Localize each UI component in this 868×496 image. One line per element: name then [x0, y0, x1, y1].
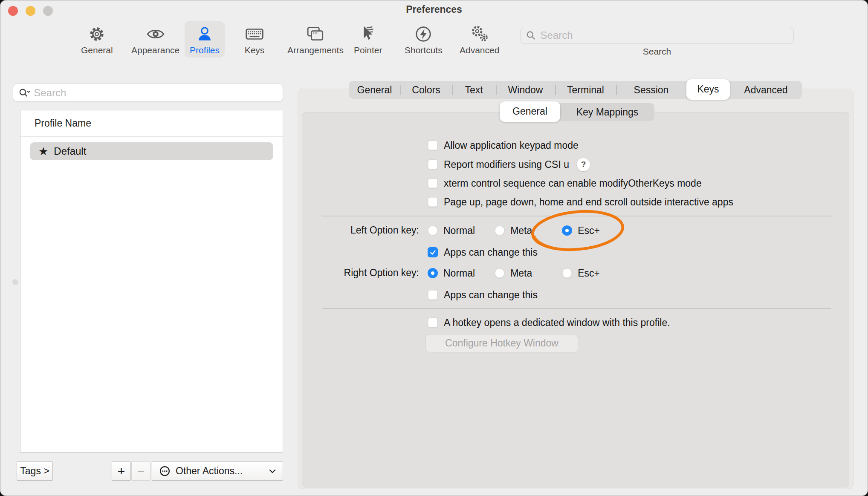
profile-search-field[interactable] [13, 84, 283, 102]
checkbox-unchecked[interactable] [428, 140, 438, 150]
checkbox-row-keypad[interactable]: Allow application keypad mode [428, 138, 579, 153]
tab-general[interactable]: General [349, 81, 400, 99]
left-option-radio-group: Normal Meta Esc+ [428, 223, 600, 238]
toolbar-label: Pointer [354, 45, 382, 55]
profile-list-header: Profile Name [20, 110, 283, 137]
radio-unselected[interactable] [495, 268, 505, 278]
star-icon: ★ [38, 146, 48, 157]
tab-session[interactable]: Session [616, 81, 686, 99]
bolt-icon [413, 24, 434, 44]
checkbox-checked[interactable] [428, 247, 438, 257]
checkbox-label: A hotkey opens a dedicated window with t… [444, 317, 670, 329]
gears-icon [469, 24, 490, 44]
radio-option-normal[interactable]: Normal [428, 268, 475, 279]
subtab-key-mappings[interactable]: Key Mappings [560, 103, 654, 121]
window-title: Preferences [0, 4, 868, 15]
tab-advanced[interactable]: Advanced [730, 81, 802, 99]
profile-list: Profile Name ★ Default [20, 110, 283, 453]
checkbox-unchecked[interactable] [428, 317, 438, 328]
tab-window[interactable]: Window [496, 81, 555, 99]
other-actions-dropdown[interactable]: Other Actions... [152, 461, 283, 481]
right-apps-can-change-row[interactable]: Apps can change this [428, 288, 538, 302]
profile-name: Default [54, 145, 86, 157]
keys-subtab-bar: General Key Mappings [500, 103, 654, 121]
search-scope-icon [18, 87, 30, 98]
checkbox-label: Apps can change this [444, 247, 538, 258]
checkbox-row-csi-u[interactable]: Report modifiers using CSI u ? [428, 157, 590, 172]
tab-keys[interactable]: Keys [686, 79, 730, 100]
tags-button-label: Tags > [20, 465, 49, 477]
checkbox-label: xterm control sequence can enable modify… [444, 178, 702, 189]
toolbar-search-field[interactable] [520, 27, 794, 44]
divider [322, 308, 831, 309]
toolbar-label: Advanced [460, 45, 499, 55]
right-option-key-label: Right Option key: [322, 267, 419, 279]
divider [322, 216, 831, 216]
chevron-down-icon [269, 469, 276, 473]
checkbox-row-modifyotherkeys[interactable]: xterm control sequence can enable modify… [428, 176, 702, 190]
checkbox-label: Report modifiers using CSI u [444, 159, 569, 170]
radio-option-esc[interactable]: Esc+ [562, 225, 600, 236]
tab-colors[interactable]: Colors [400, 81, 452, 99]
tab-text[interactable]: Text [452, 81, 496, 99]
checkbox-unchecked[interactable] [428, 159, 438, 170]
radio-unselected[interactable] [495, 225, 505, 236]
toolbar-item-advanced[interactable]: Advanced [454, 21, 504, 58]
plus-icon: + [118, 464, 125, 479]
checkmark-icon [429, 249, 437, 256]
toolbar-item-appearance[interactable]: Appearance [126, 21, 185, 58]
windows-icon [305, 24, 326, 44]
left-option-key-label: Left Option key: [322, 225, 419, 236]
checkbox-row-scroll-outside[interactable]: Page up, page down, home and end scroll … [428, 195, 733, 209]
ellipsis-circle-icon [159, 465, 171, 477]
hotkey-checkbox-row[interactable]: A hotkey opens a dedicated window with t… [428, 315, 670, 330]
profile-row-default[interactable]: ★ Default [30, 142, 273, 160]
help-button[interactable]: ? [577, 158, 590, 171]
remove-profile-button[interactable]: − [131, 461, 150, 481]
tags-button[interactable]: Tags > [17, 461, 53, 481]
toolbar-search-caption: Search [520, 46, 794, 57]
radio-selected[interactable] [562, 225, 572, 236]
radio-option-meta[interactable]: Meta [495, 268, 532, 279]
configure-hotkey-window-button[interactable]: Configure Hotkey Window [425, 334, 578, 352]
toolbar-label: Appearance [131, 45, 179, 55]
checkbox-label: Apps can change this [444, 289, 538, 301]
radio-option-normal[interactable]: Normal [428, 225, 475, 236]
radio-option-esc[interactable]: Esc+ [562, 268, 600, 279]
checkbox-unchecked[interactable] [428, 197, 438, 207]
radio-unselected[interactable] [562, 268, 572, 278]
checkbox-unchecked[interactable] [428, 178, 438, 188]
radio-option-meta[interactable]: Meta [495, 225, 532, 236]
cursor-icon [358, 24, 378, 44]
splitter-handle-dot [12, 279, 18, 285]
toolbar-label: Arrangements [287, 45, 344, 55]
toolbar-search-input[interactable] [541, 29, 788, 41]
radio-selected[interactable] [428, 268, 438, 278]
toolbar-item-pointer[interactable]: Pointer [349, 21, 388, 58]
toolbar-label: Shortcuts [405, 45, 443, 55]
search-icon [526, 30, 536, 41]
tab-terminal[interactable]: Terminal [555, 81, 616, 99]
toolbar-item-profiles[interactable]: Profiles [185, 21, 225, 58]
keyboard-icon [244, 24, 265, 44]
radio-unselected[interactable] [428, 225, 438, 236]
toolbar-label: Profiles [190, 45, 220, 55]
toolbar-item-general[interactable]: General [76, 21, 118, 58]
toolbar-item-keys[interactable]: Keys [239, 21, 270, 58]
checkbox-unchecked[interactable] [428, 290, 438, 300]
checkbox-label: Allow application keypad mode [444, 140, 579, 151]
eye-icon [145, 24, 166, 44]
subtab-general[interactable]: General [500, 101, 560, 122]
checkbox-label: Page up, page down, home and end scroll … [444, 196, 733, 208]
gear-icon [87, 24, 107, 44]
toolbar-label: General [81, 45, 113, 55]
profile-search-input[interactable] [34, 87, 278, 99]
left-apps-can-change-row[interactable]: Apps can change this [428, 245, 538, 260]
toolbar-item-shortcuts[interactable]: Shortcuts [399, 21, 448, 58]
other-actions-label: Other Actions... [176, 465, 243, 477]
person-icon [194, 24, 215, 44]
minus-icon: − [137, 464, 145, 479]
toolbar-item-arrangements[interactable]: Arrangements [282, 21, 349, 58]
toolbar-label: Keys [245, 45, 265, 55]
add-profile-button[interactable]: + [112, 461, 131, 481]
